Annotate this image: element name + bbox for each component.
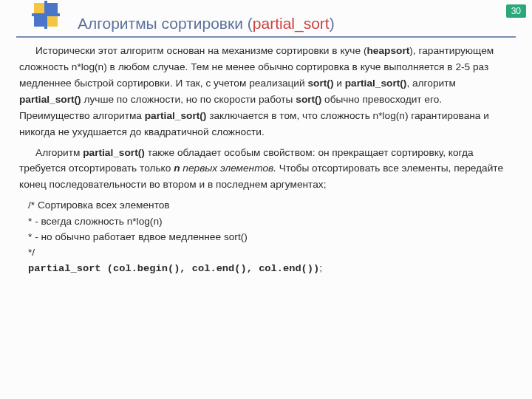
title-red: partial_sort xyxy=(253,15,330,32)
title-underline xyxy=(16,36,516,38)
code-line-4: */ xyxy=(28,245,513,260)
title-paren-open: ( xyxy=(248,15,253,32)
slide-body: Исторически этот алгоритм основан на мех… xyxy=(19,43,513,276)
code-line-2: * - всегда сложность n*log(n) xyxy=(28,214,513,229)
paragraph-2: Алгоритм partial_sort() также обладает о… xyxy=(19,145,513,194)
code-line-3: * - но обычно работает вдвое медленнее s… xyxy=(28,229,513,245)
code-line-5: partial_sort (col.begin(), col.end(), co… xyxy=(28,260,513,276)
title-paren-close: ) xyxy=(330,15,335,32)
code-block: /* Сортировка всех элементов * - всегда … xyxy=(28,197,513,276)
slide-title: Алгоритмы сортировки (partial_sort) xyxy=(78,15,335,33)
title-main: Алгоритмы сортировки xyxy=(78,15,248,32)
paragraph-1: Исторически этот алгоритм основан на мех… xyxy=(19,43,513,140)
page-number-badge: 30 xyxy=(506,4,526,18)
slide-logo xyxy=(34,3,64,33)
code-line-1: /* Сортировка всех элементов xyxy=(28,197,513,213)
